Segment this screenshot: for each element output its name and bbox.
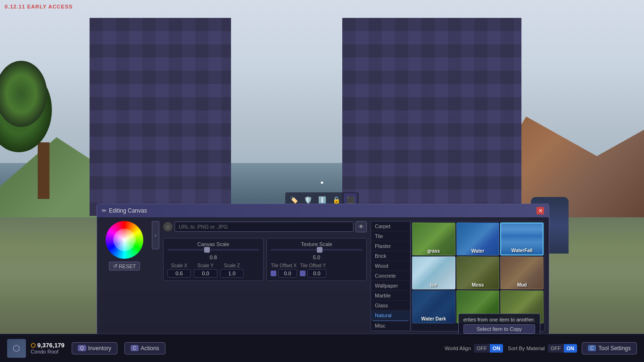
pencil-icon: ✏ — [102, 207, 107, 214]
editing-canvas-header: ✏ Editing Canvas ✕ — [97, 204, 549, 217]
currency-amount: ⬡ 9,376,179 — [31, 342, 65, 349]
close-button[interactable]: ✕ — [537, 207, 544, 214]
bottom-bar: ⬡ ⬡ 9,376,179 Condo Roof Q Inventory C A… — [0, 334, 644, 362]
texture-scale-value: 5.0 — [271, 255, 363, 260]
expand-button[interactable]: › — [152, 221, 159, 249]
reset-button[interactable]: ↺ RESET — [109, 262, 140, 271]
texture-cell-water-dark[interactable]: Water Dark — [412, 290, 455, 323]
material-item-carpet[interactable]: Carpet — [371, 222, 410, 231]
tile-offset-y-checkbox: 0.0 — [300, 269, 326, 278]
world-align-on[interactable]: ON — [490, 344, 504, 353]
color-wheel-dot — [123, 239, 126, 241]
texture-cell-moss[interactable]: Moss — [456, 256, 500, 289]
texture-scale-section: Texture Scale 5.0 Tile Offset X 0.0 — [266, 238, 367, 281]
canvas-scale-section: Canvas Scale 0.8 Scale X 0.6 Scale Y 0.0 — [163, 238, 264, 281]
player-info: ⬡ ⬡ 9,376,179 Condo Roof — [7, 339, 65, 358]
material-item-natural[interactable]: Natural — [371, 311, 410, 321]
checkbox-x[interactable] — [271, 271, 276, 276]
canvas-scale-label: Canvas Scale — [167, 241, 259, 247]
material-item-glass[interactable]: Glass — [371, 301, 410, 311]
eye-button[interactable]: 👁 — [355, 221, 367, 232]
texture-label-moss: Moss — [457, 282, 499, 288]
material-item-wood[interactable]: Wood — [371, 261, 410, 271]
checkbox-y[interactable] — [300, 271, 305, 276]
canvas-scale-value: 0.8 — [167, 255, 259, 260]
texture-scale-label: Texture Scale — [271, 241, 363, 247]
material-list: CarpetTilePlasterBrickWoodConcreteWallpa… — [371, 221, 411, 331]
world-align-toggle-group: World Align OFF ON — [445, 344, 503, 353]
tool-settings-button[interactable]: C Tool Settings — [582, 342, 637, 354]
texture-cell-grass[interactable]: grass — [412, 222, 455, 255]
middle-area: ⊙ 👁 Canvas Scale 0.8 Scale X 0.6 — [163, 221, 367, 331]
material-item-brick[interactable]: Brick — [371, 251, 410, 261]
texture-label-ice: Ice — [413, 282, 455, 288]
tile-offset-x-checkbox: 0.0 — [271, 269, 297, 278]
viewport-dot — [321, 181, 323, 184]
scale-y-field: Scale Y 0.0 — [194, 263, 217, 278]
world-align-toggle[interactable]: OFF ON — [474, 344, 504, 353]
material-item-plaster[interactable]: Plaster — [371, 241, 410, 251]
texture-scale-inputs: Tile Offset X 0.0 Tile Offset Y 0.0 — [271, 263, 363, 278]
tool-settings-hotkey: C — [588, 345, 596, 351]
texture-label-mud: Mud — [501, 282, 543, 288]
world-align-off[interactable]: OFF — [474, 344, 490, 353]
scale-z-field: Scale Z 1.0 — [220, 263, 244, 278]
material-item-tile[interactable]: Tile — [371, 231, 410, 241]
editing-canvas-title: ✏ Editing Canvas — [102, 207, 147, 214]
texture-label-grass: grass — [413, 248, 455, 254]
scale-x-field: Scale X 0.6 — [167, 263, 191, 278]
actions-button[interactable]: C Actions — [124, 342, 165, 354]
early-access-badge: 0.12.11 EARLY ACCESS — [5, 4, 73, 9]
inventory-button[interactable]: Q Inventory — [72, 342, 117, 354]
material-item-wallpaper[interactable]: Wallpaper — [371, 281, 410, 291]
color-wheel[interactable] — [106, 221, 143, 259]
texture-label-water-dark: Water Dark — [413, 316, 455, 321]
currency-icon: ⬡ — [31, 342, 35, 349]
color-picker-area: ↺ RESET — [101, 221, 148, 331]
inventory-hotkey: Q — [78, 345, 86, 351]
url-input-area: ⊙ 👁 — [163, 221, 367, 232]
copy-tooltip-text: erties from one item to another. — [463, 317, 535, 322]
tile-offset-y-field: Tile Offset Y 0.0 — [300, 263, 326, 278]
canvas-scale-slider[interactable] — [167, 249, 259, 251]
sort-by-material-toggle[interactable]: OFF ON — [548, 344, 578, 353]
player-currency: ⬡ 9,376,179 Condo Roof — [31, 342, 65, 354]
world-align-label: World Align — [445, 346, 471, 351]
texture-cell-waterfall[interactable]: WaterFall — [500, 222, 544, 255]
select-item-to-copy-button[interactable]: Select Item to Copy — [463, 324, 535, 334]
canvas-scale-thumb[interactable] — [204, 247, 210, 253]
material-item-misc[interactable]: Misc — [371, 321, 410, 331]
canvas-scale-inputs: Scale X 0.6 Scale Y 0.0 Scale Z 1.0 — [167, 263, 259, 278]
texture-cell-mud[interactable]: Mud — [500, 256, 544, 289]
player-icon: ⬡ — [7, 339, 26, 358]
texture-label-waterfall: WaterFall — [501, 248, 543, 253]
tile-offset-x-field: Tile Offset X 0.0 — [271, 263, 297, 278]
texture-scale-slider[interactable] — [271, 249, 363, 251]
pillar-right — [342, 18, 521, 216]
material-item-marble[interactable]: Marble — [371, 291, 410, 301]
texture-label-water: Water — [457, 248, 499, 254]
url-icon: ⊙ — [163, 222, 173, 231]
texture-cell-ice[interactable]: Ice — [412, 256, 455, 289]
player-name: Condo Roof — [31, 349, 65, 354]
actions-hotkey: C — [131, 345, 139, 351]
texture-cell-water[interactable]: Water — [456, 222, 500, 255]
sort-by-material-off[interactable]: OFF — [548, 344, 564, 353]
texture-scale-thumb[interactable] — [317, 247, 322, 253]
sort-by-material-toggle-group: Sort By Material OFF ON — [508, 344, 577, 353]
sort-by-material-on[interactable]: ON — [564, 344, 578, 353]
reset-icon: ↺ — [113, 263, 117, 269]
bottom-right-controls: World Align OFF ON Sort By Material OFF … — [445, 342, 637, 354]
sort-by-material-label: Sort By Material — [508, 346, 545, 351]
scales-row: Canvas Scale 0.8 Scale X 0.6 Scale Y 0.0 — [163, 238, 367, 281]
pillar-left — [90, 18, 231, 216]
tree-trunk — [38, 142, 50, 199]
material-item-concrete[interactable]: Concrete — [371, 271, 410, 281]
url-input[interactable] — [174, 222, 354, 232]
tool-settings-label: Tool Settings — [598, 345, 631, 352]
